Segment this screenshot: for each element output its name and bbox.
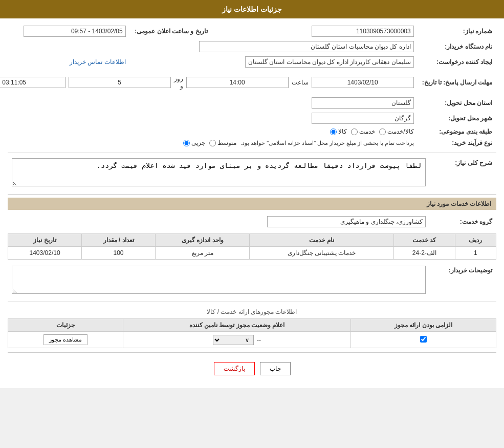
divider-4 bbox=[8, 352, 496, 353]
requester-value: سلیمان دهقانی کاربرداز اداره کل دیوان مح… bbox=[130, 54, 418, 70]
city-label: شهر محل تحویل: bbox=[418, 111, 496, 126]
purchase-type-label-motaset: متوسط bbox=[217, 139, 236, 146]
purchase-type-radio-motaset[interactable] bbox=[209, 140, 216, 146]
permissions-table-body: -- ∨ مشاهده مجوز bbox=[8, 332, 496, 348]
cell-details: مشاهده مجوز bbox=[8, 332, 123, 348]
description-label: شرح کلی نیاز: bbox=[430, 156, 496, 190]
category-option-khedmat: خدمت bbox=[351, 128, 375, 135]
main-content: شماره نیاز: 1103090573000003 تاریخ و ساع… bbox=[0, 18, 504, 388]
col-service-code: کد خدمت bbox=[393, 234, 455, 247]
required-checkbox[interactable] bbox=[420, 336, 427, 343]
contact-link-cell: اطلاعات تماس خریدار bbox=[0, 54, 130, 70]
cell-row-num: 1 bbox=[455, 247, 496, 260]
permissions-header-row: الزامی بودن ارائه مجوز اعلام وضعیت مجوز … bbox=[8, 319, 496, 332]
col-unit: واحد اندازه گیری bbox=[155, 234, 249, 247]
province-input: گلستان bbox=[312, 97, 414, 109]
category-radio-kala-khedmat[interactable] bbox=[379, 129, 386, 135]
deadline-time-label: ساعت bbox=[292, 79, 309, 86]
row-province: استان محل تحویل: گلستان bbox=[0, 95, 496, 111]
cell-required-checkbox bbox=[351, 332, 496, 348]
city-input: گرگان bbox=[312, 113, 414, 124]
category-radio-group: کالا/خدمت خدمت کالا bbox=[0, 128, 414, 135]
category-option-kala: کالا bbox=[330, 128, 347, 135]
row-description: شرح کلی نیاز: bbox=[8, 156, 496, 190]
category-label-khedmat: خدمت bbox=[359, 128, 375, 135]
row-service-group: گروه خدمت: کشاورزی، جنگلداری و ماهیگیری bbox=[8, 214, 496, 229]
row-category: طبقه بندی موضوعی: کالا/خدمت خدمت کالا bbox=[0, 126, 496, 137]
col-status: اعلام وضعیت مجوز توسط نامین کننده bbox=[123, 319, 351, 332]
buyer-org-label: نام دستگاه خریدار: bbox=[418, 39, 496, 54]
permissions-row: -- ∨ مشاهده مجوز bbox=[8, 332, 496, 348]
page-title: جزئیات اطلاعات نیاز bbox=[222, 5, 282, 13]
status-value: -- bbox=[257, 336, 261, 344]
deadline-row: 1403/02/10 ساعت 14:00 روز و 5 03:11:05 س… bbox=[0, 72, 414, 93]
deadline-date-input: 1403/02/10 bbox=[312, 77, 414, 88]
buyer-notes-value bbox=[8, 264, 430, 297]
buyer-notes-textarea[interactable] bbox=[12, 266, 426, 294]
category-options: کالا/خدمت خدمت کالا bbox=[0, 126, 418, 137]
announce-date-value: 1403/02/05 - 09:57 bbox=[0, 24, 130, 39]
purchase-type-option-motaset: متوسط bbox=[209, 139, 236, 146]
purchase-type-options: پرداخت تمام یا بخشی از مبلغ خریدار محل "… bbox=[0, 137, 418, 148]
permissions-section-title: اطلاعات مجوزهای ارائه خدمت / کالا bbox=[8, 305, 496, 318]
description-table: شرح کلی نیاز: bbox=[8, 156, 496, 190]
col-qty: تعداد / مقدار bbox=[82, 234, 156, 247]
services-section-title: اطلاعات خدمات مورد نیاز bbox=[8, 198, 496, 210]
deadline-label: مهلت ارسال پاسخ: تا تاریخ: bbox=[418, 70, 496, 95]
category-label-kala-khedmat: کالا/خدمت bbox=[387, 128, 413, 135]
print-button[interactable]: چاپ bbox=[260, 362, 291, 375]
purchase-type-radio-jozi[interactable] bbox=[183, 140, 190, 146]
status-select[interactable]: ∨ bbox=[213, 335, 254, 345]
requester-input: سلیمان دهقانی کاربرداز اداره کل دیوان مح… bbox=[245, 56, 414, 68]
back-button[interactable]: بازگشت bbox=[214, 362, 255, 375]
service-group-label: گروه خدمت: bbox=[430, 214, 496, 229]
row-deadline: مهلت ارسال پاسخ: تا تاریخ: 1403/02/10 سا… bbox=[0, 70, 496, 95]
divider-3 bbox=[8, 302, 496, 302]
deadline-days-label: روز و bbox=[174, 75, 183, 90]
purchase-type-option-jozi: جزیی bbox=[183, 139, 205, 146]
requester-label: ایجاد کننده درخواست: bbox=[418, 54, 496, 70]
page-header: جزئیات اطلاعات نیاز bbox=[0, 0, 504, 18]
row-city: شهر محل تحویل: گرگان bbox=[0, 111, 496, 126]
view-permit-button[interactable]: مشاهده مجوز bbox=[43, 334, 87, 345]
divider-2 bbox=[8, 194, 496, 195]
deadline-values: 1403/02/10 ساعت 14:00 روز و 5 03:11:05 س… bbox=[0, 70, 418, 95]
page-wrapper: جزئیات اطلاعات نیاز شماره نیاز: 11030905… bbox=[0, 0, 504, 388]
cell-service-code: الف-2-24 bbox=[393, 247, 455, 260]
contact-link[interactable]: اطلاعات تماس خریدار bbox=[70, 58, 126, 66]
description-value bbox=[8, 156, 430, 190]
province-value: گلستان bbox=[0, 95, 418, 111]
table-row: 1 الف-2-24 خدمات پشتیبانی جنگل‌داری متر … bbox=[8, 247, 496, 260]
category-radio-khedmat[interactable] bbox=[351, 129, 358, 135]
category-radio-kala[interactable] bbox=[330, 129, 337, 135]
category-option-kala-khedmat: کالا/خدمت bbox=[379, 128, 413, 135]
request-number-value: 1103090573000003 bbox=[227, 24, 418, 39]
service-group-input: کشاورزی، جنگلداری و ماهیگیری bbox=[267, 216, 426, 227]
col-details: جزئیات bbox=[8, 319, 123, 332]
col-date: تاریخ نیاز bbox=[8, 234, 82, 247]
buyer-notes-label: توضیحات خریدار: bbox=[430, 264, 496, 297]
row-purchase-type: نوع فرآیند خرید: پرداخت تمام یا بخشی از … bbox=[0, 137, 496, 148]
category-label-kala: کالا bbox=[338, 128, 347, 135]
purchase-type-label-jozi: جزیی bbox=[191, 139, 205, 146]
cell-service-name: خدمات پشتیبانی جنگل‌داری bbox=[250, 247, 394, 260]
buyer-org-value: اداره کل دیوان محاسبات استان گلستان bbox=[0, 39, 418, 54]
row-buyer-org: نام دستگاه خریدار: اداره کل دیوان محاسبا… bbox=[0, 39, 496, 54]
deadline-remaining-input: 03:11:05 bbox=[0, 77, 65, 88]
purchase-type-note: پرداخت تمام یا بخشی از مبلغ خریدار محل "… bbox=[240, 140, 414, 146]
buyer-org-input: اداره کل دیوان محاسبات استان گلستان bbox=[199, 41, 414, 52]
cell-status: -- ∨ bbox=[123, 332, 351, 348]
col-service-name: نام خدمت bbox=[250, 234, 394, 247]
category-label: طبقه بندی موضوعی: bbox=[418, 126, 496, 137]
divider-1 bbox=[8, 153, 496, 153]
bottom-buttons: چاپ بازگشت bbox=[8, 356, 496, 383]
service-group-value: کشاورزی، جنگلداری و ماهیگیری bbox=[8, 214, 430, 229]
status-cell-content: -- ∨ bbox=[127, 335, 346, 345]
description-textarea[interactable] bbox=[12, 158, 426, 186]
permissions-data-table: الزامی بودن ارائه مجوز اعلام وضعیت مجوز … bbox=[8, 318, 496, 348]
purchase-type-label: نوع فرآیند خرید: bbox=[418, 137, 496, 148]
announce-date-label: تاریخ و ساعت اعلان عمومی: bbox=[130, 24, 212, 39]
row-requester: ایجاد کننده درخواست: سلیمان دهقانی کاربر… bbox=[0, 54, 496, 70]
services-header-row: ردیف کد خدمت نام خدمت واحد اندازه گیری ت… bbox=[8, 234, 496, 247]
city-value: گرگان bbox=[0, 111, 418, 126]
